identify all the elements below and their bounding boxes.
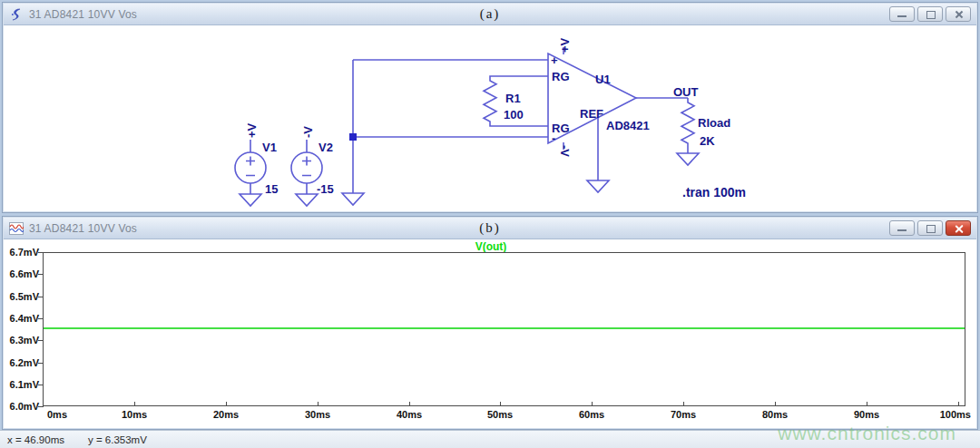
opamp-pin-rg-top: RG [552, 70, 570, 83]
r1-value: 100 [504, 108, 524, 122]
schematic-canvas[interactable]: V1 15 +V V2 -15 -V R1 100 RG RG REF U1 A… [4, 25, 976, 211]
maximize-button[interactable] [917, 6, 943, 22]
x-tick-label: 40ms [382, 409, 436, 420]
opamp-supply-top-flag: +V [558, 37, 572, 53]
close-button[interactable] [946, 220, 971, 236]
maximize-button[interactable] [917, 220, 943, 236]
x-tick-label: 60ms [564, 409, 619, 420]
waveform-plot-area[interactable]: V(out) 6.7mV 6.6mV 6.5mV 6.4mV 6.3mV 6.2… [8, 239, 974, 428]
x-tick-label: 0ms [43, 409, 83, 420]
minimize-button[interactable] [889, 220, 915, 236]
schematic-window-titlebar[interactable]: 31 AD8421 10VV Vos (a) [4, 4, 976, 25]
figure-label-a: (a) [4, 6, 976, 22]
ground-symbol[interactable] [296, 183, 318, 206]
v2-refdes: V2 [318, 141, 333, 154]
y-tick-label: 6.3mV [8, 335, 39, 346]
y-tick-label: 6.7mV [8, 247, 39, 258]
rload-value: 2K [700, 134, 715, 148]
opamp-pin-ref: REF [580, 107, 603, 121]
y-tick-label: 6.2mV [8, 357, 39, 368]
x-tick-label: 20ms [199, 409, 253, 420]
cursor-y-readout: y = 6.353mV [88, 434, 147, 445]
wire-junction [349, 133, 357, 141]
v2-value: -15 [317, 182, 334, 196]
r1-refdes: R1 [505, 92, 521, 105]
opamp-in-minus: - [552, 131, 555, 145]
cursor-x-readout: x = 46.90ms [7, 434, 64, 445]
vout-trace[interactable] [44, 327, 965, 329]
figure-label-b: (b) [4, 220, 976, 236]
y-tick-label: 6.0mV [8, 401, 39, 412]
spice-directive[interactable]: .tran 100m [682, 185, 746, 200]
x-tick-label: 50ms [473, 409, 527, 420]
schematic-window: 31 AD8421 10VV Vos (a) [2, 2, 978, 213]
opamp-in-plus: + [551, 54, 558, 67]
x-tick-label: 30ms [290, 409, 345, 420]
x-tick-label: 90ms [839, 409, 894, 420]
status-bar: x = 46.90ms y = 6.353mV [0, 430, 980, 448]
voltage-source-v2[interactable] [291, 140, 322, 183]
plot-frame [43, 252, 965, 406]
y-tick-label: 6.5mV [8, 291, 39, 302]
y-tick-label: 6.6mV [8, 268, 39, 279]
waveform-window: 31 AD8421 10VV Vos (b) V(out) 6.7mV 6.6m… [2, 216, 978, 430]
x-tick-label: 70ms [656, 409, 710, 420]
opamp-part-number: AD8421 [606, 119, 650, 132]
voltage-source-v1[interactable] [235, 140, 266, 183]
close-button[interactable] [946, 6, 971, 22]
v1-net-flag: +V [245, 122, 259, 138]
v1-value: 15 [265, 182, 278, 196]
ground-symbol[interactable] [240, 183, 261, 206]
minimize-button[interactable] [889, 6, 915, 22]
out-net-label: OUT [673, 85, 699, 99]
v1-refdes: V1 [262, 141, 277, 154]
x-tick-label: 100ms [916, 409, 971, 420]
y-tick-label: 6.1mV [8, 379, 39, 390]
opamp-refdes: U1 [595, 73, 611, 86]
waveform-window-titlebar[interactable]: 31 AD8421 10VV Vos (b) [4, 218, 976, 239]
v2-net-flag: -V [301, 126, 315, 138]
ground-symbol[interactable] [342, 193, 364, 205]
y-tick-label: 6.4mV [8, 313, 39, 324]
ground-symbol[interactable] [677, 153, 699, 165]
x-tick-label: 80ms [748, 409, 802, 420]
x-tick-label: 10ms [107, 409, 162, 420]
rload-refdes: Rload [698, 116, 730, 130]
opamp-supply-bottom-flag: -V [558, 145, 572, 157]
resistor-rload[interactable] [681, 98, 694, 153]
trace-legend[interactable]: V(out) [8, 240, 974, 253]
